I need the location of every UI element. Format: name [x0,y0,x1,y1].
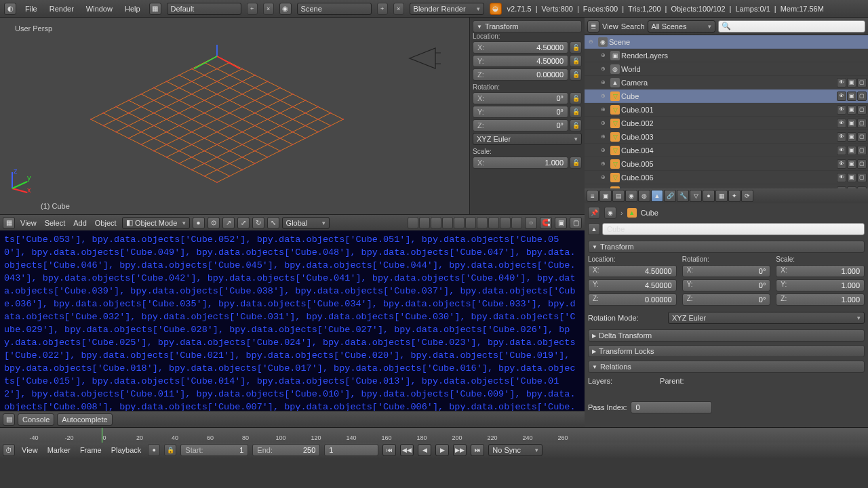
tl-frame-menu[interactable]: Frame [77,446,104,454]
opengl-render-icon[interactable]: ▢ [570,217,582,229]
end-frame-field[interactable]: End:250 [252,444,320,456]
props-rot-z[interactable]: Z:0° [682,293,771,306]
outliner-row[interactable]: ⊕◍World [585,62,868,76]
tab-particles[interactable]: ✦ [728,190,741,202]
snap-icon[interactable]: 🧲 [540,217,552,229]
pass-index-field[interactable]: 0 [631,401,712,413]
loc-y-field[interactable]: Y:4.50000 [473,55,568,67]
manip-scale-icon[interactable]: ⤡ [267,217,279,229]
editor-type-properties-icon[interactable]: ≡ [587,190,599,202]
relations-header[interactable]: ▼Relations [588,361,865,373]
manip-rotate-icon[interactable]: ↻ [252,217,264,229]
layout-icon[interactable]: ▦ [149,3,161,15]
scene-breadcrumb-icon[interactable]: ◉ [604,207,616,219]
tab-object[interactable]: ▲ [651,190,663,202]
props-transform-header[interactable]: ▼Transform [588,241,865,253]
add-menu[interactable]: Add [71,219,90,227]
delete-layout-button[interactable]: × [263,3,274,15]
delta-transform-header[interactable]: ▶Delta Transform [588,329,865,342]
sync-dropdown[interactable]: No Sync [488,444,542,456]
scene-dropdown[interactable]: Scene [297,3,372,15]
keyframe-prev-icon[interactable]: ◀◀ [400,444,414,456]
outliner-row[interactable]: ⊕▽Cube.005👁▣▢ [585,157,868,171]
editor-type-icon[interactable]: ▦ [3,217,15,229]
lock-sx-icon[interactable]: 🔓 [570,157,582,169]
outliner-row[interactable]: ⊕▽Cube.003👁▣▢ [585,130,868,144]
menu-render[interactable]: Render [46,5,77,13]
3d-viewport[interactable]: User Persp (1) Cube z x y ▼Transf [0,18,585,214]
blender-logo-icon[interactable]: ◐ [4,3,16,15]
render-engine-dropdown[interactable]: Blender Render [410,3,484,15]
shading-icon[interactable]: ● [193,217,205,229]
render-preview-icon[interactable]: ▣ [555,217,567,229]
mode-dropdown[interactable]: ◧ Object Mode [122,217,190,229]
pivot-icon[interactable]: ⊙ [208,217,220,229]
keyframe-next-icon[interactable]: ▶▶ [453,444,467,456]
menu-window[interactable]: Window [83,5,116,13]
tab-render[interactable]: ▣ [599,190,612,202]
lock-rz-icon[interactable]: 🔓 [570,119,582,131]
outliner-search-input[interactable]: 🔍 [718,20,865,33]
jump-end-icon[interactable]: ⏭ [471,444,484,456]
play-reverse-icon[interactable]: ◀ [418,444,431,456]
add-scene-button[interactable]: + [377,3,388,15]
props-scale-y[interactable]: Y:1.000 [776,279,865,291]
lock-x-icon[interactable]: 🔓 [570,41,582,54]
proportional-icon[interactable]: ○ [525,217,537,229]
outliner-row[interactable]: ⊖◉Scene [585,35,868,49]
outliner-tree[interactable]: ⊖◉Scene⊕▣RenderLayers⊕◍World⊕▲Camera👁▣▢⊕… [585,35,868,188]
python-console[interactable]: ts['Cube.053'], bpy.data.objects['Cube.0… [0,230,585,411]
orientation-dropdown[interactable]: Global [282,217,330,229]
autokey-lock-icon[interactable]: 🔒 [164,444,176,456]
outliner-row[interactable]: ⊕▽Cube.006👁▣▢ [585,171,868,184]
editor-type-outliner-icon[interactable]: ≣ [587,20,599,33]
timeline-ruler[interactable]: -40-200204060801001201401601802002202402… [0,428,868,443]
loc-z-field[interactable]: Z:0.00000 [473,68,568,81]
rot-y-field[interactable]: Y:0° [473,106,568,118]
autocomplete-button[interactable]: Autocomplete [57,413,112,426]
play-icon[interactable]: ▶ [435,444,449,456]
view-menu[interactable]: View [18,219,39,227]
autokey-icon[interactable]: ● [148,444,160,456]
menu-file[interactable]: File [22,5,41,13]
tab-data[interactable]: ▽ [690,190,702,202]
console-menu[interactable]: Console [18,413,54,426]
pin-icon[interactable]: 📌 [588,207,600,219]
tab-world[interactable]: ◍ [638,190,650,202]
tab-texture[interactable]: ▦ [715,190,728,202]
rot-z-field[interactable]: Z:0° [473,119,568,131]
lock-z-icon[interactable]: 🔓 [570,68,582,81]
outliner-row[interactable]: ⊕▽Cube.002👁▣▢ [585,117,868,130]
delete-scene-button[interactable]: × [393,3,404,15]
outliner-row[interactable]: ⊕▽Cube.007👁▣▢ [585,184,868,188]
object-name-field[interactable]: Cube [602,223,865,235]
props-rot-x[interactable]: X:0° [682,265,771,277]
transform-locks-header[interactable]: ▶Transform Locks [588,345,865,357]
manip-translate-icon[interactable]: ⤢ [237,217,250,229]
props-loc-y[interactable]: Y:4.50000 [588,279,677,291]
tab-physics[interactable]: ⟳ [741,190,753,202]
editor-type-timeline-icon[interactable]: ⏱ [3,444,15,456]
outliner-row[interactable]: ⊕▲Camera👁▣▢ [585,76,868,89]
lock-rx-icon[interactable]: 🔓 [570,92,582,104]
current-frame-field[interactable]: 1 [324,444,378,456]
props-loc-z[interactable]: Z:0.00000 [588,293,677,306]
outliner-filter-dropdown[interactable]: All Scenes [648,20,715,33]
props-loc-x[interactable]: X:4.50000 [588,265,677,277]
tab-layers[interactable]: ▤ [612,190,625,202]
rot-x-field[interactable]: X:0° [473,92,568,104]
outliner-row[interactable]: ⊕▣RenderLayers [585,49,868,62]
start-frame-field[interactable]: Start:1 [180,444,248,456]
tab-material[interactable]: ● [703,190,715,202]
rotation-mode-dropdown[interactable]: XYZ Euler [473,133,582,145]
object-menu[interactable]: Object [92,219,119,227]
transform-panel-header[interactable]: ▼Transform [473,20,582,33]
scale-x-field[interactable]: X:1.000 [473,157,568,169]
outliner-row[interactable]: ⊕▽Cube.001👁▣▢ [585,103,868,117]
scene-icon[interactable]: ◉ [279,3,292,15]
tl-marker-menu[interactable]: Marker [45,446,73,454]
outliner-row[interactable]: ⊕▽Cube.004👁▣▢ [585,144,868,157]
tl-playback-menu[interactable]: Playback [108,446,144,454]
tab-scene[interactable]: ◉ [625,190,637,202]
outliner-search-menu[interactable]: Search [621,22,645,30]
